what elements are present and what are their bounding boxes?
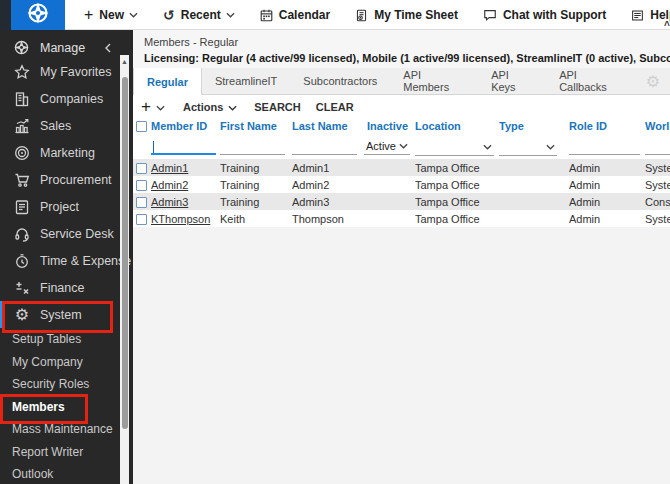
tooltip-caret: ^ [664,20,670,31]
connectwise-logo[interactable] [11,0,65,30]
tab-regular[interactable]: Regular [133,68,202,95]
column-header-worl[interactable]: Worl [645,120,670,132]
row-checkbox[interactable] [136,180,147,191]
column-header-type[interactable]: Type [499,120,569,132]
topbar-item-help-center[interactable]: Help Center^ [631,0,670,30]
clear-button[interactable]: CLEAR [316,101,354,113]
gear-icon: ⚙ [646,73,660,90]
tab-streamlineit[interactable]: StreamlineIT [202,68,290,94]
sidebar-item-label: Project [40,200,79,214]
sidebar-item-label: System [40,308,82,322]
tab-label: Regular [147,76,188,88]
last-name-cell: Admin3 [292,196,364,208]
chat-icon [483,8,497,22]
text-cursor [153,141,154,153]
table-row[interactable]: KThompsonKeithThompsonTampa OfficeAdminS… [133,210,670,227]
sidebar-item-finance[interactable]: Finance [0,274,133,301]
sidebar-subitem-security-roles[interactable]: Security Roles [0,373,133,396]
topbar: +New↺RecentCalendarMy Time SheetChat wit… [0,0,670,30]
table-row[interactable]: Admin2TrainingAdmin2Tampa OfficeAdminSys… [133,176,670,193]
sidebar-subitem-label: My Company [12,355,83,369]
sidebar-subitem-label: Mass Maintenance [12,422,113,436]
member-id-link[interactable]: Admin3 [151,196,188,208]
chevron-left-icon[interactable] [105,43,111,53]
scroll-up-icon[interactable]: ▲ [120,55,129,69]
sidebar-item-service-desk[interactable]: Service Desk [0,220,133,247]
topbar-item-new[interactable]: +New [84,0,138,30]
grid-settings-button[interactable]: ⚙ [636,68,670,94]
search-button[interactable]: SEARCH [254,101,300,113]
scrollbar-thumb[interactable] [122,77,128,429]
chevron-down-icon [546,144,557,150]
sidebar-subitem-report-writer[interactable]: Report Writer [0,441,133,464]
topbar-item-recent[interactable]: ↺Recent [163,0,235,30]
sidebar-subitem-setup-tables[interactable]: Setup Tables [0,328,133,351]
licensing-summary: Licensing: Regular (4 active/99 licensed… [144,51,670,66]
sidebar-subitem-my-company[interactable]: My Company [0,351,133,374]
location-cell: Tampa Office [415,196,499,208]
tab-subcontractors[interactable]: Subcontractors [290,68,390,94]
table-body: Admin1TrainingAdmin1Tampa OfficeAdminSys… [133,159,670,227]
member-id-link[interactable]: Admin2 [151,179,188,191]
actions-label: Actions [183,101,223,113]
sidebar-item-system[interactable]: ⚙System [0,301,133,328]
row-checkbox[interactable] [136,197,147,208]
member-id-link[interactable]: Admin1 [151,162,188,174]
member-id-filter-input[interactable] [151,139,216,155]
sidebar-subitem-outlook[interactable]: Outlook [0,463,133,484]
sidebar-subitem-mass-maintenance[interactable]: Mass Maintenance [0,418,133,441]
sidebar-item-companies[interactable]: Companies [0,85,133,112]
sidebar-subitem-label: Report Writer [12,445,83,459]
sidebar-scrollbar[interactable]: ▲ [120,55,129,484]
add-button[interactable]: + [141,99,151,115]
first-name-filter-input[interactable] [220,139,285,155]
column-header-member-id[interactable]: Member ID [151,120,220,132]
sidebar-item-procurement[interactable]: Procurement [0,166,133,193]
topbar-item-label: New [99,8,124,22]
location-filter-select[interactable] [415,140,494,156]
inactive-filter-select[interactable]: Active [364,139,410,155]
sidebar-item-label: Service Desk [40,227,114,241]
topbar-item-calendar[interactable]: Calendar [260,0,330,30]
select-all-checkbox[interactable] [136,121,147,132]
sidebar-item-label: My Favorites [40,65,112,79]
row-checkbox[interactable] [136,163,147,174]
sidebar-item-project[interactable]: Project [0,193,133,220]
topbar-item-my-time-sheet[interactable]: My Time Sheet [355,0,458,30]
sidebar-item-marketing[interactable]: Marketing [0,139,133,166]
table-row[interactable]: Admin1TrainingAdmin1Tampa OfficeAdminSys… [133,159,670,176]
column-header-first-name[interactable]: First Name [220,120,292,132]
column-header-inactive[interactable]: Inactive [364,120,415,132]
work-role-filter-input[interactable] [645,139,670,155]
column-header-role-id[interactable]: Role ID [569,120,645,132]
add-dropdown-button[interactable] [156,101,165,113]
table-row[interactable]: Admin3TrainingAdmin3Tampa OfficeAdminCon… [133,193,670,210]
sidebar-header-manage[interactable]: Manage [0,34,133,61]
chevron-down-icon [399,143,410,149]
actions-button[interactable]: Actions [183,101,237,113]
row-checkbox[interactable] [136,214,147,225]
first-name-cell: Training [220,162,292,174]
location-cell: Tampa Office [415,162,499,174]
topbar-item-chat-with-support[interactable]: Chat with Support [483,0,606,30]
role-id-filter-input[interactable] [569,139,640,155]
mathops-icon [13,280,31,296]
column-header-location[interactable]: Location [415,120,499,132]
column-header-last-name[interactable]: Last Name [292,120,364,132]
member-id-link[interactable]: KThompson [151,213,210,225]
tab-api-callbacks[interactable]: API Callbacks [546,68,636,94]
page-header: Members - Regular Licensing: Regular (4 … [133,30,670,68]
table-header-row: Member IDFirst NameLast NameInactiveLoca… [133,118,670,134]
building-icon [13,91,31,107]
tab-api-members[interactable]: API Members [390,68,478,94]
type-filter-select[interactable] [499,140,557,156]
work-role-cell: Syste [645,213,670,225]
chevron-down-icon [129,12,138,18]
last-name-filter-input[interactable] [292,139,357,155]
sidebar-item-my-favorites[interactable]: My Favorites [0,58,133,85]
sidebar-subitem-members[interactable]: Members [0,396,133,419]
sidebar-item-sales[interactable]: Sales [0,112,133,139]
sidebar-item-time-expense[interactable]: Time & Expense [0,247,133,274]
sidebar-items: My FavoritesCompaniesSalesMarketingProcu… [0,58,133,328]
tab-api-keys[interactable]: API Keys [478,68,546,94]
